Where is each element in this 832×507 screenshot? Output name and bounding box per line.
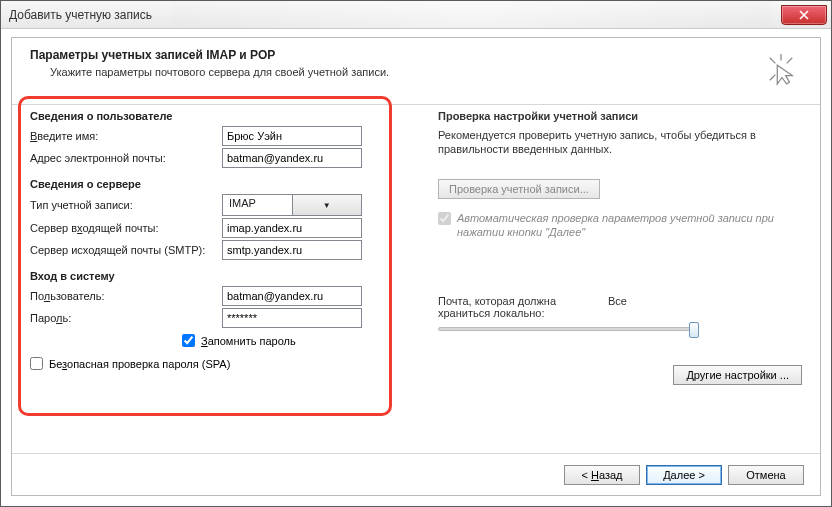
close-icon xyxy=(799,10,809,20)
email-input[interactable] xyxy=(222,148,362,168)
test-section-title: Проверка настройки учетной записи xyxy=(438,110,802,122)
server-section-title: Сведения о сервере xyxy=(30,178,384,190)
storage-label: Почта, которая должна храниться локально… xyxy=(438,295,608,319)
name-label: Введите имя: xyxy=(30,130,222,142)
acct-type-label: Тип учетной записи: xyxy=(30,199,222,211)
acct-type-select[interactable]: IMAP ▼ xyxy=(222,194,362,216)
remember-label: Запомнить пароль xyxy=(201,335,296,347)
inner-frame: Параметры учетных записей IMAP и POP Ука… xyxy=(11,37,821,496)
body-area: Сведения о пользователе Введите имя: Адр… xyxy=(12,96,820,453)
dialog-window: Добавить учетную запись Параметры учетны… xyxy=(0,0,832,507)
user-section-title: Сведения о пользователе xyxy=(30,110,384,122)
next-button[interactable]: Далее > xyxy=(646,465,722,485)
chevron-down-icon: ▼ xyxy=(292,195,362,215)
user-label: Пользователь: xyxy=(30,290,222,302)
login-section-title: Вход в систему xyxy=(30,270,384,282)
titlebar: Добавить учетную запись xyxy=(1,1,831,29)
header-subtitle: Укажите параметры почтового сервера для … xyxy=(50,66,389,78)
cancel-button[interactable]: Отмена xyxy=(728,465,804,485)
outgoing-label: Сервер исходящей почты (SMTP): xyxy=(30,244,222,256)
left-column: Сведения о пользователе Введите имя: Адр… xyxy=(12,96,394,453)
test-description: Рекомендуется проверить учетную запись, … xyxy=(438,128,802,157)
remember-checkbox[interactable] xyxy=(182,334,195,347)
pass-label: Пароль: xyxy=(30,312,222,324)
pass-input[interactable] xyxy=(222,308,362,328)
name-input[interactable] xyxy=(222,126,362,146)
back-button[interactable]: < Назад xyxy=(564,465,640,485)
close-button[interactable] xyxy=(781,5,827,25)
email-label: Адрес электронной почты: xyxy=(30,152,222,164)
incoming-label: Сервер входящей почты: xyxy=(30,222,222,234)
footer: < Назад Далее > Отмена xyxy=(12,453,820,495)
test-account-button[interactable]: Проверка учетной записи... xyxy=(438,179,600,199)
right-column: Проверка настройки учетной записи Рекоме… xyxy=(394,96,820,453)
header-title: Параметры учетных записей IMAP и POP xyxy=(30,48,389,62)
auto-test-checkbox[interactable] xyxy=(438,212,451,225)
auto-test-label: Автоматическая проверка параметров учетн… xyxy=(457,211,802,240)
user-input[interactable] xyxy=(222,286,362,306)
outgoing-input[interactable] xyxy=(222,240,362,260)
slider-thumb[interactable] xyxy=(689,322,699,338)
header-area: Параметры учетных записей IMAP и POP Ука… xyxy=(12,38,820,105)
spa-checkbox[interactable] xyxy=(30,357,43,370)
storage-value: Все xyxy=(608,295,627,319)
storage-row: Почта, которая должна храниться локально… xyxy=(438,295,802,319)
other-settings-button[interactable]: Другие настройки ... xyxy=(673,365,802,385)
spa-label: Безопасная проверка пароля (SPA) xyxy=(49,358,230,370)
incoming-input[interactable] xyxy=(222,218,362,238)
window-title: Добавить учетную запись xyxy=(9,8,152,22)
cursor-icon xyxy=(766,48,802,90)
acct-type-value: IMAP xyxy=(223,195,292,215)
storage-slider[interactable] xyxy=(438,327,698,331)
